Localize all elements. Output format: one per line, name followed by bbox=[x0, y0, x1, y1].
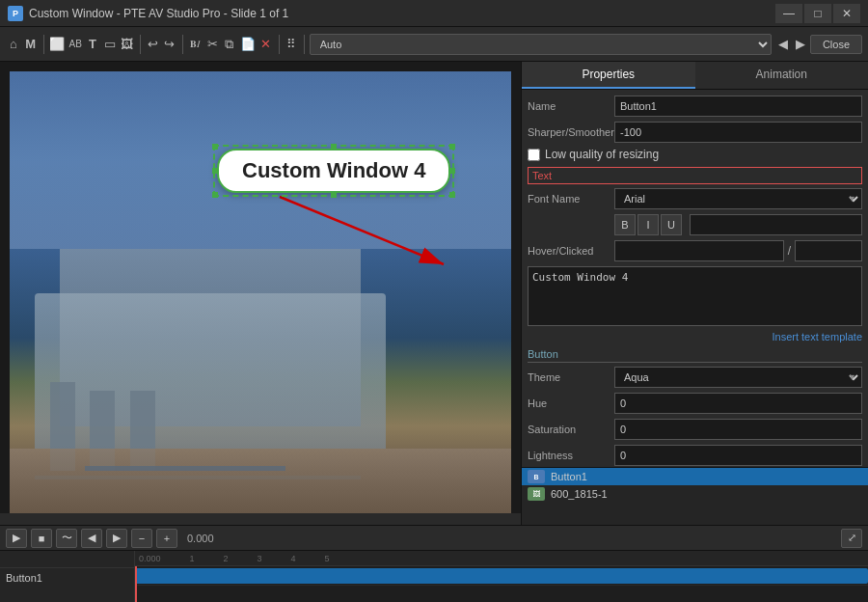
minus-button[interactable]: − bbox=[131, 529, 152, 548]
maximize-button[interactable]: □ bbox=[804, 4, 831, 23]
view-mode-select[interactable]: Auto 100% 75% 50% bbox=[310, 34, 773, 55]
right-panel: Properties Animation Name Sharper/Smooth… bbox=[521, 62, 868, 525]
toolbar: ⌂ M ⬜ AB T ▭ 🖼 ↩ ↪ 𝐁𝐼 ✂ ⧉ 📄 ✕ ⠿ Auto 100… bbox=[0, 27, 868, 62]
layer-icon-button: B bbox=[528, 470, 545, 483]
redo-button[interactable]: ↪ bbox=[162, 32, 177, 57]
playhead bbox=[135, 566, 137, 602]
timeline: ▶ ■ 〜 ◀ ▶ − + 0.000 ⤢ Button1 0.000 1 2 … bbox=[0, 525, 868, 602]
theme-row: Theme Aqua Blue Red bbox=[528, 367, 862, 388]
hue-input[interactable] bbox=[614, 393, 862, 414]
minimize-button[interactable]: — bbox=[775, 4, 802, 23]
panel-tabs: Properties Animation bbox=[522, 62, 868, 90]
nav-forward-button[interactable]: ▶ bbox=[793, 32, 808, 57]
saturation-label: Saturation bbox=[528, 424, 614, 435]
home-button[interactable]: ⌂ bbox=[6, 32, 21, 57]
layer-name-button1: Button1 bbox=[551, 471, 587, 482]
title-bar: P Custom Window - PTE AV Studio Pro - Sl… bbox=[0, 0, 868, 27]
canvas-horizontal-scrollbar[interactable] bbox=[0, 513, 521, 525]
underline-button[interactable]: U bbox=[661, 214, 682, 235]
track-row-button1 bbox=[135, 566, 868, 586]
canvas-area: Custom Window 4 bbox=[0, 62, 521, 525]
font-name-row: Font Name Arial Times New Roman Verdana bbox=[528, 188, 862, 209]
sharper-label: Sharper/Smoother bbox=[528, 126, 614, 138]
frame-button[interactable]: ⬜ bbox=[48, 32, 66, 57]
rect-button[interactable]: ▭ bbox=[102, 32, 118, 57]
theme-select[interactable]: Aqua Blue Red bbox=[614, 367, 862, 388]
delete-button[interactable]: ✕ bbox=[258, 32, 274, 57]
img-button[interactable]: 🖼 bbox=[120, 32, 135, 57]
timeline-body: Button1 0.000 1 2 3 4 5 bbox=[0, 551, 868, 602]
font-name-select[interactable]: Arial Times New Roman Verdana bbox=[614, 188, 862, 209]
copy-button[interactable]: ⧉ bbox=[222, 32, 237, 57]
tab-properties[interactable]: Properties bbox=[522, 62, 695, 89]
track-labels: Button1 bbox=[0, 551, 135, 602]
low-quality-label: Low quality of resizing bbox=[545, 148, 659, 161]
next-frame-button[interactable]: ▶ bbox=[106, 529, 127, 548]
custom-window-label: Custom Window 4 bbox=[242, 158, 425, 182]
slide-canvas[interactable]: Custom Window 4 bbox=[10, 71, 511, 515]
italic-button[interactable]: I bbox=[637, 214, 659, 235]
name-input[interactable] bbox=[614, 96, 862, 117]
timeline-numbers bbox=[0, 553, 134, 568]
text-color-swatch[interactable] bbox=[690, 214, 862, 235]
layer-panel: B Button1 🖼 600_1815-1 bbox=[522, 467, 868, 525]
clicked-color-input[interactable] bbox=[795, 240, 862, 261]
nav-back-button[interactable]: ◀ bbox=[775, 32, 791, 57]
m-button[interactable]: M bbox=[23, 32, 39, 57]
tab-animation[interactable]: Animation bbox=[695, 62, 869, 89]
text-button[interactable]: T bbox=[85, 32, 100, 57]
slide-background bbox=[10, 71, 511, 515]
layer-item-image[interactable]: 🖼 600_1815-1 bbox=[522, 485, 868, 503]
lightness-input[interactable] bbox=[614, 445, 862, 466]
name-row: Name bbox=[528, 96, 862, 117]
timeline-time1: 0.000 bbox=[187, 533, 214, 544]
ab-button[interactable]: AB bbox=[68, 32, 83, 57]
bold-button[interactable]: B bbox=[614, 214, 636, 235]
text-section-header: Text bbox=[528, 167, 862, 184]
grid-button[interactable]: ⠿ bbox=[284, 32, 299, 57]
layer-name-image: 600_1815-1 bbox=[551, 488, 608, 500]
track-area[interactable]: 0.000 1 2 3 4 5 bbox=[135, 551, 868, 602]
prev-frame-button[interactable]: ◀ bbox=[81, 529, 102, 548]
app-icon: P bbox=[8, 6, 23, 21]
window-title: Custom Window - PTE AV Studio Pro - Slid… bbox=[29, 7, 288, 20]
track-block-button1[interactable] bbox=[135, 568, 868, 584]
copy-style-button[interactable]: 𝐁𝐼 bbox=[187, 32, 203, 57]
undo-button[interactable]: ↩ bbox=[145, 32, 160, 57]
custom-window-button[interactable]: Custom Window 4 bbox=[217, 149, 450, 193]
sharper-row: Sharper/Smoother bbox=[528, 122, 862, 143]
panel-close-button[interactable]: Close bbox=[810, 35, 862, 54]
theme-label: Theme bbox=[528, 371, 614, 383]
hover-row: Hover/Clicked / bbox=[528, 240, 862, 261]
low-quality-row: Low quality of resizing bbox=[528, 148, 862, 161]
paste-button[interactable]: 📄 bbox=[239, 32, 257, 57]
hue-label: Hue bbox=[528, 397, 614, 409]
hover-label: Hover/Clicked bbox=[528, 245, 614, 257]
close-window-button[interactable]: ✕ bbox=[833, 4, 860, 23]
text-textarea[interactable] bbox=[528, 266, 862, 326]
hover-color-input[interactable] bbox=[614, 240, 784, 261]
layer-item-button1[interactable]: B Button1 bbox=[522, 468, 868, 485]
hue-row: Hue bbox=[528, 393, 862, 414]
lightness-label: Lightness bbox=[528, 450, 614, 461]
custom-window-button-overlay[interactable]: Custom Window 4 bbox=[217, 149, 450, 193]
insert-text-template-link[interactable]: Insert text template bbox=[528, 331, 862, 342]
timeline-toolbar: ▶ ■ 〜 ◀ ▶ − + 0.000 ⤢ bbox=[0, 526, 868, 551]
font-name-label: Font Name bbox=[528, 193, 614, 205]
panel-content: Name Sharper/Smoother Low quality of res… bbox=[522, 90, 868, 467]
saturation-input[interactable] bbox=[614, 419, 862, 440]
lightness-row: Lightness bbox=[528, 445, 862, 466]
waveform-button[interactable]: 〜 bbox=[56, 529, 77, 548]
plus-button[interactable]: + bbox=[156, 529, 177, 548]
play-button[interactable]: ▶ bbox=[6, 529, 27, 548]
timeline-expand-button[interactable]: ⤢ bbox=[841, 529, 862, 548]
track-label-button1: Button1 bbox=[0, 568, 134, 588]
layer-icon-image: 🖼 bbox=[528, 487, 545, 501]
stop-button[interactable]: ■ bbox=[31, 529, 52, 548]
cut-button[interactable]: ✂ bbox=[204, 32, 220, 57]
low-quality-checkbox[interactable] bbox=[528, 149, 540, 161]
saturation-row: Saturation bbox=[528, 419, 862, 440]
hover-separator: / bbox=[788, 244, 791, 258]
name-label: Name bbox=[528, 100, 614, 112]
sharper-input[interactable] bbox=[614, 122, 862, 143]
